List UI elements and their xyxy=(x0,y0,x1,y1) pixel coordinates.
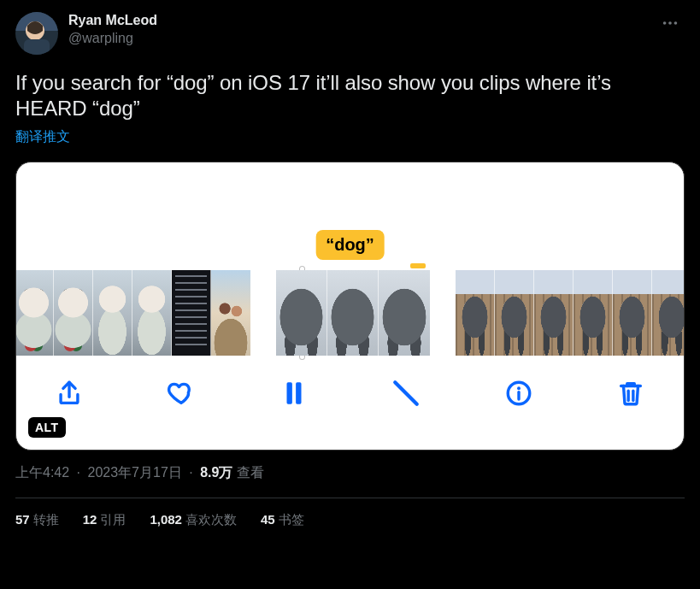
clip-group-focused[interactable] xyxy=(276,270,430,356)
timeline-frame xyxy=(574,270,613,356)
translate-link[interactable]: 翻译推文 xyxy=(15,128,685,146)
more-icon xyxy=(661,14,679,32)
timeline-frame xyxy=(534,270,574,356)
quotes-stat[interactable]: 12引用 xyxy=(83,512,126,528)
tweet-stats: 57转推 12引用 1,082喜欢次数 45书签 xyxy=(15,498,685,528)
timeline-frame xyxy=(132,270,172,356)
tweet-header: Ryan McLeod @warpling xyxy=(15,12,685,55)
retweets-label: 转推 xyxy=(33,512,59,527)
bookmarks-stat[interactable]: 45书签 xyxy=(261,512,304,528)
tweet-time[interactable]: 上午4:42 xyxy=(15,465,69,480)
alt-text-badge[interactable]: ALT xyxy=(28,417,66,438)
retweets-stat[interactable]: 57转推 xyxy=(15,512,59,528)
trash-icon xyxy=(616,379,645,408)
views-count: 8.9万 xyxy=(200,465,232,480)
speech-caption-tag: “dog” xyxy=(315,230,385,260)
timeline-frame xyxy=(495,270,534,356)
timeline-frame xyxy=(327,270,379,356)
timeline-frame xyxy=(379,270,430,356)
svg-line-9 xyxy=(395,382,417,404)
likes-stat[interactable]: 1,082喜欢次数 xyxy=(150,512,237,528)
timeline-frame xyxy=(211,270,250,356)
delete-button[interactable] xyxy=(607,376,655,410)
timeline-frame xyxy=(15,270,54,356)
likes-label: 喜欢次数 xyxy=(185,512,237,527)
timeline-frame xyxy=(276,270,327,356)
svg-point-5 xyxy=(668,21,672,25)
tweet-meta: 上午4:42 · 2023年7月17日 · 8.9万 查看 xyxy=(15,464,685,482)
tweet-date[interactable]: 2023年7月17日 xyxy=(88,465,182,480)
like-button[interactable] xyxy=(157,376,205,410)
timeline-frame xyxy=(172,270,211,356)
avatar[interactable] xyxy=(15,12,58,55)
retweets-count: 57 xyxy=(15,512,30,527)
timeline-frame xyxy=(93,270,132,356)
media-preview-area: “dog” xyxy=(16,162,684,260)
timeline-frame xyxy=(613,270,652,356)
heart-icon xyxy=(167,379,196,408)
svg-rect-3 xyxy=(24,39,50,55)
bookmarks-label: 书签 xyxy=(279,512,304,527)
info-icon xyxy=(504,379,533,408)
svg-point-4 xyxy=(663,21,667,25)
quotes-label: 引用 xyxy=(100,512,126,527)
more-options-button[interactable] xyxy=(656,9,685,41)
views-label-text: 查看 xyxy=(237,465,264,480)
media-toolbar xyxy=(16,356,684,429)
video-timeline[interactable] xyxy=(16,270,684,356)
clip-group[interactable] xyxy=(15,270,250,356)
display-name[interactable]: Ryan McLeod xyxy=(68,12,656,29)
svg-rect-8 xyxy=(296,382,301,404)
likes-count: 1,082 xyxy=(150,512,182,527)
tweet-text: If you search for “dog” on iOS 17 it’ll … xyxy=(15,70,685,121)
mute-icon xyxy=(391,379,421,408)
svg-rect-7 xyxy=(286,382,291,404)
mute-button[interactable] xyxy=(382,376,430,410)
bookmarks-count: 45 xyxy=(261,512,275,527)
svg-point-6 xyxy=(674,21,678,25)
info-button[interactable] xyxy=(495,376,543,410)
share-button[interactable] xyxy=(45,376,93,410)
clip-group[interactable] xyxy=(456,270,685,356)
tweet-container: Ryan McLeod @warpling If you search for … xyxy=(0,0,700,539)
quotes-count: 12 xyxy=(83,512,97,527)
svg-point-11 xyxy=(517,386,521,390)
share-icon xyxy=(55,379,84,408)
media-card[interactable]: “dog” xyxy=(15,162,685,451)
pause-button[interactable] xyxy=(270,376,318,410)
timeline-frame xyxy=(54,270,93,356)
username[interactable]: @warpling xyxy=(68,30,656,47)
timeline-frame xyxy=(652,270,685,356)
timeline-frame xyxy=(456,270,495,356)
pause-icon xyxy=(279,379,309,408)
speech-caption-marker xyxy=(410,263,426,268)
